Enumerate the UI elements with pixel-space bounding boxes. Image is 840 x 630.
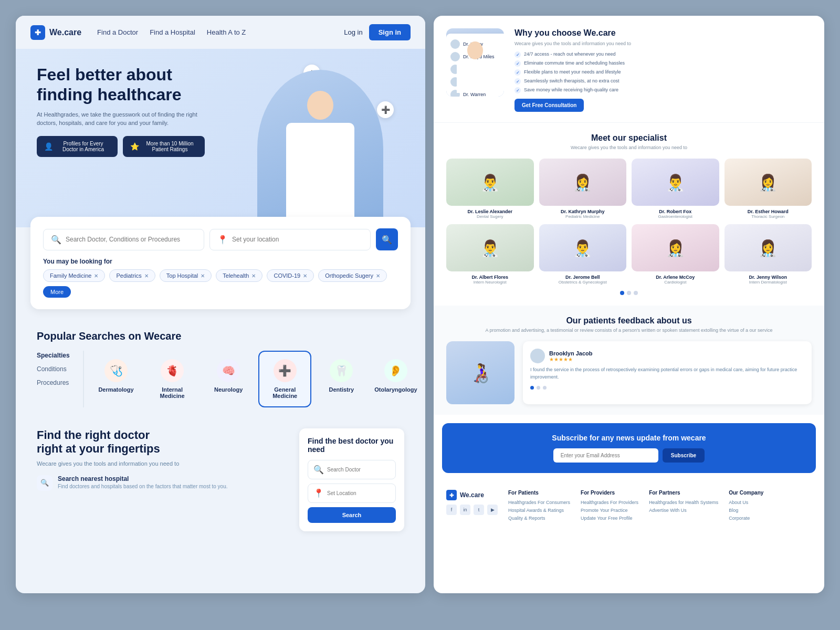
tag-orthopedic-close[interactable]: ✕ <box>376 273 380 279</box>
footer-col-company: Our Company About Us Blog Corporate <box>729 490 771 523</box>
search-row: 🔍 📍 🔍 <box>43 228 398 250</box>
specialist-esther[interactable]: 👩‍⚕️ Dr. Esther Howard Thoracic Surgeon <box>724 159 812 219</box>
ratings-icon: ⭐ <box>130 142 139 151</box>
tag-top-hospital-close[interactable]: ✕ <box>201 273 205 279</box>
tag-orthopedic[interactable]: Orthopedic Sugery ✕ <box>318 269 387 282</box>
login-button[interactable]: Log in <box>344 28 362 36</box>
specialty-neurology[interactable]: 🧠 Neurology <box>205 351 252 407</box>
tag-top-hospital[interactable]: Top Hospital ✕ <box>160 269 212 282</box>
sidebar-item-conditions[interactable]: Conditions <box>37 364 75 374</box>
search-input[interactable] <box>66 236 196 243</box>
nav-health-az[interactable]: Health A to Z <box>207 28 246 36</box>
feedback-dot-2[interactable] <box>537 386 540 390</box>
search-button[interactable]: 🔍 <box>376 228 398 250</box>
specialists-grid: 👨‍⚕️ Dr. Leslie Alexander Dental Sugery … <box>446 159 812 285</box>
footer-socials: f in t ▶ <box>446 505 498 515</box>
nav-find-hospital[interactable]: Find a Hospital <box>150 28 195 36</box>
why-point-5: ✓ Save money while receiving high-qualit… <box>514 87 812 93</box>
dentistry-icon: 🦷 <box>330 359 353 382</box>
tag-telehealth-close[interactable]: ✕ <box>251 273 256 279</box>
card-search-input[interactable] <box>327 467 390 472</box>
footer-logo-icon: ✚ <box>446 490 457 500</box>
social-twitter[interactable]: t <box>474 505 484 515</box>
specialty-internal-medicine[interactable]: 🫀 Internal Medicine <box>146 351 198 407</box>
specialist-robert[interactable]: 👨‍⚕️ Dr. Robert Fox Gastroenterologist <box>632 159 719 219</box>
checkmark-icon-3: ✓ <box>514 69 521 76</box>
specialty-dermatology[interactable]: 🩺 Dermatology <box>92 351 140 407</box>
subscribe-button[interactable]: Subscribe <box>663 448 705 463</box>
logo-label: We.care <box>49 28 81 37</box>
social-youtube[interactable]: ▶ <box>487 505 498 515</box>
social-facebook[interactable]: f <box>446 505 457 515</box>
why-point-1: ✓ 24/7 access - reach out whenever you n… <box>514 51 812 58</box>
tag-family-medicine-close[interactable]: ✕ <box>94 273 98 279</box>
popular-sidebar: Specialties Conditions Procedures <box>37 351 84 407</box>
why-points: ✓ 24/7 access - reach out whenever you n… <box>514 51 812 93</box>
logo[interactable]: ✚ We.care <box>30 25 81 40</box>
subscribe-form: Subscribe <box>453 448 805 463</box>
search-tags: Family Medicine ✕ Pediatrics ✕ Top Hospi… <box>43 269 398 298</box>
feedback-text: I found the service in the process of re… <box>530 366 804 381</box>
specialty-dentistry[interactable]: 🦷 Dentistry <box>318 351 365 407</box>
specialist-photo-jenny: 👩‍⚕️ <box>724 224 812 271</box>
nav-find-doctor[interactable]: Find a Doctor <box>97 28 138 36</box>
specialist-photo-jerome: 👨‍⚕️ <box>539 224 627 271</box>
tag-pediatrics[interactable]: Pediatrics ✕ <box>109 269 155 282</box>
specialist-leslie[interactable]: 👨‍⚕️ Dr. Leslie Alexander Dental Sugery <box>446 159 534 219</box>
feedback-card: Brooklyn Jacob ★★★★★ I found the service… <box>523 341 812 404</box>
sidebar-item-procedures[interactable]: Procedures <box>37 378 75 387</box>
card-search-button[interactable]: Search <box>308 507 396 523</box>
feedback-section: Our patients feedback about us A promoti… <box>434 306 824 415</box>
tag-covid[interactable]: COVID-19 ✕ <box>267 269 314 282</box>
feedback-dot-3[interactable] <box>543 386 547 390</box>
hero-text: Feel better about finding healthcare At … <box>37 65 205 157</box>
hero-btn-ratings[interactable]: ⭐ More than 10 Million Patient Ratings <box>123 136 205 157</box>
why-doctor-image: Dr. Henry Dr. Floyd Miles Dr. McKinney D… <box>446 28 504 97</box>
footer: ✚ We.care f in t ▶ For Patients Healthgr… <box>434 481 824 532</box>
social-linkedin[interactable]: in <box>460 505 470 515</box>
find-doctor-content: Find the right doctor right at your fing… <box>37 428 284 531</box>
specialist-jerome[interactable]: 👨‍⚕️ Dr. Jerome Bell Obstetrics & Gyneco… <box>539 224 627 285</box>
why-content: Why you choose We.care Wecare gives you … <box>514 28 812 112</box>
tag-covid-close[interactable]: ✕ <box>303 273 307 279</box>
tag-family-medicine[interactable]: Family Medicine ✕ <box>43 269 105 282</box>
find-doctor-title: Find the right doctor right at your fing… <box>37 428 284 456</box>
card-location-wrap: 📍 <box>308 484 396 503</box>
tag-telehealth[interactable]: Telehealth ✕ <box>216 269 262 282</box>
hero-btn-profiles[interactable]: 👤 Profiles for Every Doctor in America <box>37 136 118 157</box>
nav-auth: Log in Sign in <box>344 24 411 40</box>
card-location-input[interactable] <box>327 490 390 496</box>
find-doctor-card-wrapper: Find the best doctor you need 🔍 📍 Search <box>299 428 404 531</box>
navbar: ✚ We.care Find a Doctor Find a Hospital … <box>16 16 425 49</box>
feedback-dots <box>530 386 804 390</box>
footer-columns: For Patients Healthgrades For Consumers … <box>508 490 812 523</box>
find-doctor-card-title: Find the best doctor you need <box>308 437 396 454</box>
specialty-otolaryngology[interactable]: 👂 Otolaryngology <box>371 351 420 407</box>
consultation-button[interactable]: Get Free Consultation <box>514 99 584 112</box>
card-search-icon: 🔍 <box>313 465 324 475</box>
hero-section: Feel better about finding healthcare At … <box>16 49 425 227</box>
why-point-2: ✓ Eliminate commute time and scheduling … <box>514 60 812 67</box>
feedback-user: Brooklyn Jacob ★★★★★ <box>530 349 804 363</box>
feedback-title: Our patients feedback about us <box>446 316 812 326</box>
dot-1[interactable] <box>620 291 624 295</box>
dot-2[interactable] <box>627 291 631 295</box>
specialist-photo-leslie: 👨‍⚕️ <box>446 159 534 206</box>
signin-button[interactable]: Sign in <box>369 24 411 40</box>
footer-col-patients: For Patients Healthgrades For Consumers … <box>508 490 570 523</box>
dot-3[interactable] <box>634 291 638 295</box>
subscribe-input[interactable] <box>553 448 658 463</box>
specialist-kathryn[interactable]: 👩‍⚕️ Dr. Kathryn Murphy Pediatric Medici… <box>539 159 627 219</box>
specialist-arlene[interactable]: 👩‍⚕️ Dr. Arlene McCoy Cardiologist <box>632 224 719 285</box>
specialist-jenny[interactable]: 👩‍⚕️ Dr. Jenny Wilson Intern Dermatologi… <box>724 224 812 285</box>
tag-more-button[interactable]: More <box>43 286 71 298</box>
popular-grid: 🩺 Dermatology 🫀 Internal Medicine 🧠 Neur… <box>92 351 421 407</box>
specialist-albert[interactable]: 👨‍⚕️ Dr. Albert Flores Intern Neurologis… <box>446 224 534 285</box>
feedback-avatar <box>530 349 545 363</box>
specialty-general-medicine[interactable]: ➕ General Medicine <box>258 351 311 407</box>
feedback-dot-1[interactable] <box>530 386 534 390</box>
location-input[interactable] <box>232 236 363 243</box>
sidebar-item-specialties[interactable]: Specialties <box>37 351 75 360</box>
tag-pediatrics-close[interactable]: ✕ <box>144 273 149 279</box>
specialist-photo-arlene: 👩‍⚕️ <box>632 224 719 271</box>
